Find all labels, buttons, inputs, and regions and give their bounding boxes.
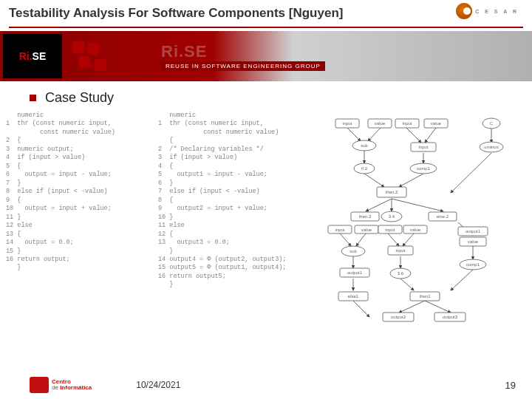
svg-line-22 [400, 279, 414, 290]
svg-text:input: input [385, 228, 395, 232]
cesar-icon [456, 3, 472, 19]
svg-line-9 [451, 153, 491, 193]
svg-line-3 [425, 128, 436, 143]
svg-text:sub: sub [361, 143, 368, 148]
svg-line-15 [388, 233, 399, 246]
svg-line-26 [353, 301, 369, 317]
svg-text:output1: output1 [466, 229, 481, 233]
svg-text:comp1: comp1 [417, 166, 431, 171]
slide-title: Testability Analysis For Software Compon… [9, 6, 523, 21]
svg-line-16 [403, 233, 414, 246]
banner-subtitle: REUSE IN SOFTWARE ENGINEERING GROUP [161, 61, 325, 71]
svg-text:then.2: then.2 [386, 190, 398, 194]
svg-text:3.4: 3.4 [389, 214, 395, 219]
svg-text:then1: then1 [419, 294, 431, 299]
svg-text:then.2: then.2 [359, 214, 372, 219]
svg-text:input: input [418, 145, 428, 149]
cesar-logo: C E S A R [456, 3, 519, 19]
svg-text:value: value [468, 239, 479, 244]
svg-text:output3: output3 [443, 315, 458, 319]
svg-line-8 [399, 174, 423, 187]
flow-diagram: input value input value C sub input umin… [325, 112, 525, 333]
bullet-icon [30, 95, 36, 101]
slide-date: 10/24/2021 [136, 380, 180, 390]
svg-line-10 [366, 199, 392, 211]
footer-logo-text: Centrode Informática [52, 379, 92, 391]
svg-line-1 [368, 128, 381, 141]
svg-text:uminus: uminus [484, 145, 498, 149]
rise-logo-box: Ri.SE [3, 34, 62, 78]
svg-text:value: value [361, 228, 372, 232]
svg-text:input: input [335, 228, 344, 232]
code-listing-1: numeric 1 thr (const numeric input, cons… [6, 112, 154, 333]
svg-text:else1: else1 [348, 294, 359, 299]
page-number: 19 [505, 380, 516, 391]
svg-text:if.2: if.2 [361, 166, 368, 171]
content-area: numeric 1 thr (const numeric input, cons… [0, 112, 532, 333]
svg-line-13 [340, 233, 351, 246]
section-title: Case Study [45, 90, 114, 106]
svg-line-0 [347, 128, 361, 141]
svg-text:input: input [342, 121, 352, 126]
svg-text:3.6: 3.6 [398, 271, 404, 276]
svg-line-7 [364, 174, 384, 187]
puzzle-icon [65, 34, 132, 78]
svg-line-23 [451, 270, 473, 290]
svg-line-14 [356, 233, 366, 246]
code-listing-2: numeric 1 thr (const numeric input, cons… [158, 112, 321, 333]
svg-line-25 [425, 301, 451, 313]
title-underline [9, 27, 523, 28]
svg-text:value: value [431, 121, 442, 126]
svg-text:output2: output2 [391, 315, 406, 319]
svg-text:comp1: comp1 [466, 262, 480, 267]
svg-text:output1: output1 [347, 270, 363, 275]
svg-text:input: input [395, 248, 405, 253]
cesar-text: C E S A R [475, 9, 519, 14]
svg-text:sub: sub [349, 249, 357, 253]
svg-text:C: C [490, 121, 494, 126]
footer-logo: Centrode Informática [30, 377, 92, 393]
rise-faded-text: Ri.SE [161, 42, 532, 61]
banner: Ri.SE Ri.SE REUSE IN SOFTWARE ENGINEERIN… [0, 31, 532, 81]
footer: Centrode Informática 10/24/2021 19 [0, 377, 532, 393]
svg-line-2 [406, 128, 421, 143]
rise-logo-text: Ri.SE [19, 50, 47, 62]
svg-text:else.2: else.2 [437, 214, 449, 219]
svg-line-24 [399, 301, 425, 313]
svg-line-12 [392, 199, 443, 211]
svg-text:input: input [402, 121, 412, 126]
footer-puzzle-icon [30, 377, 49, 393]
svg-text:value: value [375, 121, 386, 126]
svg-text:value: value [410, 228, 421, 232]
